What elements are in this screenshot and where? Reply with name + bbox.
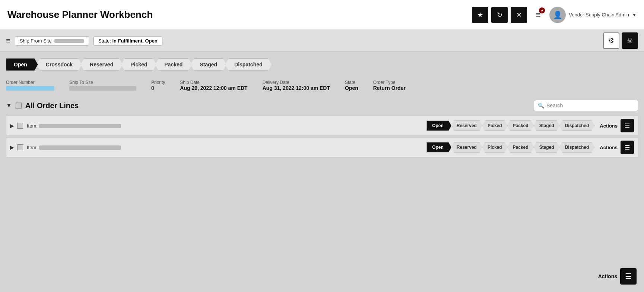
state-pill-picked-2[interactable]: Picked <box>482 142 508 153</box>
search-box: 🔍 <box>534 100 638 111</box>
order-lines-header: ▼ All Order Lines 🔍 <box>6 100 638 111</box>
order-number-value[interactable] <box>6 85 54 91</box>
state-filter: State: In Fulfillment, Open <box>93 36 162 45</box>
state-pill-packed-1[interactable]: Packed <box>507 120 534 131</box>
expand-arrow-1[interactable]: ▶ <box>10 123 14 129</box>
select-all-checkbox[interactable] <box>16 103 22 109</box>
search-icon: 🔍 <box>538 103 544 109</box>
user-role-label: Vendor Supply Chain Admin <box>569 12 629 18</box>
state-pill-picked-1[interactable]: Picked <box>482 120 508 131</box>
tab-dispatched[interactable]: Dispatched <box>225 58 272 71</box>
item-label-1: Item: <box>27 123 121 129</box>
state-pill-dispatched-2[interactable]: Dispatched <box>559 142 595 153</box>
state-pill-packed-2[interactable]: Packed <box>507 142 534 153</box>
collapse-arrow[interactable]: ▼ <box>6 102 12 109</box>
app-header: Warehouse Planner Workbench ★ ↻ ✕ ≡ ★ 👤 … <box>0 0 644 30</box>
priority-field: Priority 0 <box>151 80 165 91</box>
bottom-menu-button[interactable]: ☰ <box>620 268 637 285</box>
table-row: ▶ Item: Open Reserved Picked Packed Stag… <box>6 137 638 157</box>
menu-button-1[interactable]: ☰ <box>621 119 634 132</box>
notification-badge: ★ <box>539 7 545 13</box>
close-button[interactable]: ✕ <box>511 7 527 23</box>
ship-to-site-value[interactable] <box>69 85 136 91</box>
bottom-actions-label: Actions <box>598 273 617 279</box>
state-field: State Open <box>345 80 358 91</box>
delivery-date-value: Aug 31, 2022 12:00 am EDT <box>263 85 330 91</box>
user-dropdown-arrow[interactable]: ▼ <box>632 12 637 18</box>
tab-crossdock[interactable]: Crossdock <box>37 58 82 71</box>
line-item-states-2: Open Reserved Picked Packed Staged Dispa… <box>426 141 634 154</box>
tab-open[interactable]: Open <box>6 58 38 71</box>
filter-settings-button[interactable]: ⚙ <box>603 32 619 49</box>
tabs-bar: Open Crossdock Reserved Picked Packed St… <box>6 58 638 71</box>
state-pill-reserved-1[interactable]: Reserved <box>451 120 482 131</box>
section-title: All Order Lines <box>25 101 79 110</box>
order-info-row: Order Number Ship To Site Priority 0 Shi… <box>6 77 638 94</box>
tab-reserved[interactable]: Reserved <box>80 58 123 71</box>
tab-staged[interactable]: Staged <box>190 58 226 71</box>
main-content: Open Crossdock Reserved Picked Packed St… <box>0 52 644 292</box>
ship-from-blurred <box>54 39 84 43</box>
refresh-button[interactable]: ↻ <box>491 7 508 23</box>
tab-packed[interactable]: Packed <box>155 58 192 71</box>
search-input[interactable] <box>546 103 634 109</box>
avatar-icon: 👤 <box>553 10 562 19</box>
state-value: Open <box>345 85 358 91</box>
filter-bar-right: ⚙ ☠ <box>603 32 638 49</box>
order-type-field: Order Type Return Order <box>373 80 406 91</box>
avatar: 👤 <box>549 7 566 23</box>
menu-button[interactable]: ≡ ★ <box>530 7 546 23</box>
line-checkbox-1[interactable] <box>17 123 23 129</box>
filter-bar: ≡ Ship From Site State: In Fulfillment, … <box>0 30 644 52</box>
state-pill-staged-2[interactable]: Staged <box>534 142 560 153</box>
order-number-field: Order Number <box>6 80 54 91</box>
list-view-button[interactable]: ≡ <box>6 37 10 45</box>
state-pill-staged-1[interactable]: Staged <box>534 120 560 131</box>
delivery-date-field: Delivery Date Aug 31, 2022 12:00 am EDT <box>263 80 330 91</box>
actions-label-1: Actions <box>600 123 618 129</box>
ship-to-site-field: Ship To Site <box>69 80 136 91</box>
item-blurred-text-1 <box>39 124 121 128</box>
menu-button-2[interactable]: ☰ <box>621 141 634 154</box>
header-controls: ★ ↻ ✕ ≡ ★ 👤 Vendor Supply Chain Admin ▼ <box>472 7 637 23</box>
table-row: ▶ Item: Open Reserved Picked Packed Stag… <box>6 116 638 136</box>
order-type-value: Return Order <box>373 85 406 91</box>
ship-from-site-filter[interactable]: Ship From Site <box>15 36 89 45</box>
line-checkbox-2[interactable] <box>17 144 23 150</box>
actions-label-2: Actions <box>600 145 618 150</box>
state-pill-dispatched-1[interactable]: Dispatched <box>559 120 595 131</box>
state-pill-open-1[interactable]: Open <box>426 120 451 131</box>
bottom-actions-bar: Actions ☰ <box>598 268 637 285</box>
favorite-button[interactable]: ★ <box>472 7 488 23</box>
priority-value: 0 <box>151 85 165 91</box>
ship-date-value: Aug 29, 2022 12:00 am EDT <box>180 85 247 91</box>
app-title: Warehouse Planner Workbench <box>7 9 153 21</box>
user-settings-button[interactable]: ☠ <box>622 32 638 49</box>
expand-arrow-2[interactable]: ▶ <box>10 144 14 150</box>
state-pill-reserved-2[interactable]: Reserved <box>451 142 482 153</box>
state-pill-open-2[interactable]: Open <box>426 142 451 153</box>
ship-date-field: Ship Date Aug 29, 2022 12:00 am EDT <box>180 80 247 91</box>
tab-picked[interactable]: Picked <box>121 58 156 71</box>
item-blurred-text-2 <box>39 145 121 150</box>
item-label-2: Item: <box>27 145 121 150</box>
line-item-states-1: Open Reserved Picked Packed Staged Dispa… <box>426 119 634 132</box>
